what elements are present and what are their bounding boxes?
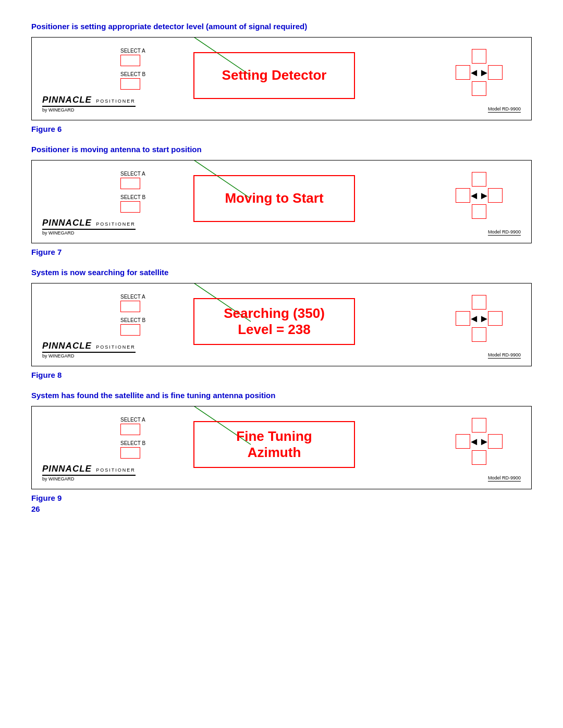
select-a-label: SELECT A <box>120 171 145 177</box>
section-fig8: System is now searching for satellite SE… <box>31 267 532 379</box>
nav-empty-tr <box>488 418 503 433</box>
nav-empty-tr <box>488 295 503 310</box>
center-display: Searching (350)Level = 238 <box>193 298 355 345</box>
nav-right-box[interactable] <box>488 188 503 203</box>
model-text: Model RD-9900 <box>488 106 521 112</box>
brand-positioner-text: POSITIONER <box>96 467 136 473</box>
nav-left-box[interactable] <box>456 188 470 203</box>
nav-center-arrow[interactable]: ◄► <box>472 65 486 80</box>
caption-fig7: Positioner is moving antenna to start po… <box>31 144 532 155</box>
brand-underline <box>42 475 136 476</box>
center-display: Fine TuningAzimuth <box>193 421 355 468</box>
figure-label-fig7: Figure 7 <box>31 248 532 256</box>
figure-label-fig8: Figure 8 <box>31 371 532 379</box>
nav-top-box[interactable] <box>472 295 486 310</box>
brand-pinnacle: PINNACLE POSITIONER <box>42 95 136 105</box>
nav-center-arrow[interactable]: ◄► <box>472 311 486 326</box>
select-a-box[interactable] <box>120 55 140 66</box>
brand-area: PINNACLE POSITIONER by WINEGARD <box>42 464 136 482</box>
nav-bottom-box[interactable] <box>472 450 486 465</box>
select-b-label: SELECT B <box>120 71 145 77</box>
brand-underline <box>42 229 136 230</box>
model-underline <box>488 235 521 236</box>
model-area: Model RD-9900 <box>488 475 521 482</box>
nav-right-box[interactable] <box>488 311 503 326</box>
brand-winegard-text: by WINEGARD <box>42 107 136 113</box>
nav-center-arrow[interactable]: ◄► <box>472 188 486 203</box>
caption-fig6: Positioner is setting appropriate detect… <box>31 21 532 32</box>
nav-empty-br <box>488 327 503 342</box>
page-number: 26 <box>31 504 532 513</box>
model-underline <box>488 112 521 113</box>
select-b-label: SELECT B <box>120 317 145 323</box>
caption-fig8: System is now searching for satellite <box>31 267 532 278</box>
device-panel-fig9: SELECT A SELECT B Fine TuningAzimuth ◄► <box>31 406 532 489</box>
brand-pinnacle-text: PINNACLE <box>42 464 92 474</box>
nav-cluster: ◄► <box>456 49 503 96</box>
select-section: SELECT A SELECT B <box>120 294 145 341</box>
nav-bottom-box[interactable] <box>472 81 486 96</box>
select-a-box[interactable] <box>120 301 140 312</box>
select-a-box[interactable] <box>120 178 140 189</box>
nav-top-box[interactable] <box>472 172 486 187</box>
nav-empty-bl <box>456 204 470 219</box>
select-b-label: SELECT B <box>120 194 145 200</box>
model-text: Model RD-9900 <box>488 475 521 480</box>
nav-cluster: ◄► <box>456 295 503 342</box>
nav-empty-br <box>488 204 503 219</box>
model-underline <box>488 481 521 482</box>
brand-positioner-text: POSITIONER <box>96 98 136 104</box>
brand-pinnacle: PINNACLE POSITIONER <box>42 341 136 351</box>
brand-pinnacle-text: PINNACLE <box>42 341 92 351</box>
device-panel-fig6: SELECT A SELECT B Setting Detector ◄► <box>31 37 532 120</box>
caption-fig9: System has found the satellite and is fi… <box>31 390 532 401</box>
nav-left-box[interactable] <box>456 65 470 80</box>
nav-center-arrow[interactable]: ◄► <box>472 434 486 449</box>
select-a-box[interactable] <box>120 424 140 435</box>
model-area: Model RD-9900 <box>488 229 521 236</box>
nav-empty-tl <box>456 49 470 64</box>
nav-left-box[interactable] <box>456 434 470 449</box>
nav-right-box[interactable] <box>488 65 503 80</box>
center-display: Moving to Start <box>193 175 355 222</box>
section-fig9: System has found the satellite and is fi… <box>31 390 532 513</box>
nav-right-box[interactable] <box>488 434 503 449</box>
select-b-box[interactable] <box>120 324 140 336</box>
figure-label-fig6: Figure 6 <box>31 125 532 133</box>
nav-empty-tl <box>456 418 470 433</box>
nav-empty-tl <box>456 172 470 187</box>
nav-empty-bl <box>456 450 470 465</box>
brand-positioner-text: POSITIONER <box>96 221 136 227</box>
nav-cluster: ◄► <box>456 418 503 465</box>
center-display: Setting Detector <box>193 52 355 99</box>
brand-pinnacle: PINNACLE POSITIONER <box>42 218 136 228</box>
select-b-box[interactable] <box>120 201 140 213</box>
nav-left-box[interactable] <box>456 311 470 326</box>
device-panel-fig8: SELECT A SELECT B Searching (350)Level =… <box>31 283 532 366</box>
select-b-box[interactable] <box>120 78 140 90</box>
nav-empty-tr <box>488 172 503 187</box>
nav-empty-tl <box>456 295 470 310</box>
figure-label-fig9: Figure 9 <box>31 493 532 502</box>
model-text: Model RD-9900 <box>488 229 521 235</box>
brand-winegard-text: by WINEGARD <box>42 353 136 359</box>
select-b-box[interactable] <box>120 447 140 459</box>
model-underline <box>488 358 521 359</box>
nav-top-box[interactable] <box>472 49 486 64</box>
select-section: SELECT A SELECT B <box>120 48 145 95</box>
brand-underline <box>42 106 136 107</box>
brand-area: PINNACLE POSITIONER by WINEGARD <box>42 341 136 359</box>
select-section: SELECT A SELECT B <box>120 171 145 218</box>
nav-cluster: ◄► <box>456 172 503 219</box>
display-text: Setting Detector <box>222 67 327 83</box>
nav-bottom-box[interactable] <box>472 204 486 219</box>
nav-bottom-box[interactable] <box>472 327 486 342</box>
display-text: Fine TuningAzimuth <box>236 428 312 461</box>
nav-top-box[interactable] <box>472 418 486 433</box>
brand-winegard-text: by WINEGARD <box>42 476 136 482</box>
brand-area: PINNACLE POSITIONER by WINEGARD <box>42 95 136 113</box>
brand-winegard-text: by WINEGARD <box>42 230 136 236</box>
nav-empty-bl <box>456 81 470 96</box>
nav-empty-br <box>488 81 503 96</box>
model-text: Model RD-9900 <box>488 352 521 357</box>
